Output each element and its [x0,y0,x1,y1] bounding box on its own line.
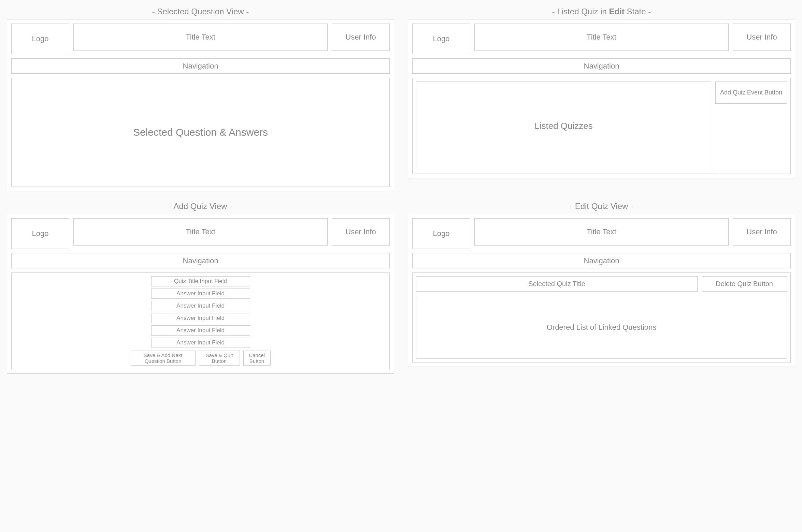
logo-placeholder: Logo [11,24,69,54]
listed-quiz-edit-state-panel: - Listed Quiz in Edit State - Logo Title… [408,7,795,191]
cancel-button[interactable]: Cancel Button [243,351,271,366]
navigation-placeholder: Navigation [412,253,791,268]
navigation-placeholder: Navigation [412,58,791,74]
answer-input[interactable]: Answer Input Field [151,301,250,311]
ordered-list-linked-questions: Ordered List of Linked Questions [416,296,787,359]
panel-title: - Listed Quiz in Edit State - [552,7,651,16]
logo-placeholder: Logo [11,218,69,249]
logo-placeholder: Logo [412,24,470,54]
edit-quiz-view-panel: - Edit Quiz View - Logo Title Text User … [408,202,795,374]
listed-quizzes-area: Listed Quizzes [416,82,711,170]
panel-title: - Add Quiz View - [169,202,232,211]
add-quiz-event-button[interactable]: Add Quiz Event Button [715,82,787,104]
title-text-placeholder: Title Text [73,218,328,246]
answer-input[interactable]: Answer Input Field [151,325,250,336]
navigation-placeholder: Navigation [11,253,390,268]
user-info-placeholder: User Info [733,218,791,246]
navigation-placeholder: Navigation [11,58,390,74]
wireframe-frame: Logo Title Text User Info Navigation Sel… [7,19,394,191]
user-info-placeholder: User Info [733,24,791,51]
answer-input[interactable]: Answer Input Field [151,289,250,299]
quiz-title-input[interactable]: Quiz Title Input Field [151,276,250,286]
answer-input[interactable]: Answer Input Field [151,338,250,348]
panel-title: - Edit Quiz View - [570,202,633,211]
wireframe-frame: Logo Title Text User Info Navigation Qui… [7,214,394,374]
logo-placeholder: Logo [412,218,470,249]
delete-quiz-button[interactable]: Delete Quiz Button [702,276,787,292]
add-quiz-view-panel: - Add Quiz View - Logo Title Text User I… [7,202,394,374]
title-text-placeholder: Title Text [73,24,328,51]
save-quit-button[interactable]: Save & Quit Button [199,351,240,366]
user-info-placeholder: User Info [332,218,390,246]
panel-title: - Selected Question View - [152,7,249,16]
save-add-next-button[interactable]: Save & Add Next Question Button [131,351,196,366]
title-text-placeholder: Title Text [474,24,729,51]
user-info-placeholder: User Info [332,24,390,51]
selected-question-answers-area: Selected Question & Answers [11,78,390,187]
selected-question-view-panel: - Selected Question View - Logo Title Te… [7,7,394,191]
wireframe-frame: Logo Title Text User Info Navigation Lis… [408,19,795,178]
title-text-placeholder: Title Text [474,218,729,246]
selected-quiz-title: Selected Quiz Title [416,276,698,292]
answer-input[interactable]: Answer Input Field [151,313,250,323]
wireframe-frame: Logo Title Text User Info Navigation Sel… [408,214,795,367]
